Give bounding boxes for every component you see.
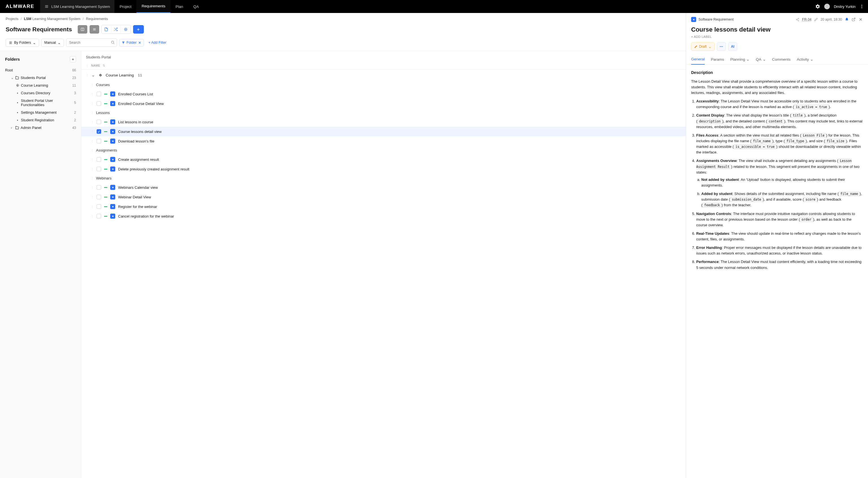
- requirement-id[interactable]: FR-34: [802, 18, 811, 22]
- checkbox[interactable]: [97, 204, 101, 209]
- svg-line-13: [115, 28, 115, 29]
- req-register-webinar[interactable]: ⋮Register for the webinar: [82, 202, 686, 211]
- tab-comments[interactable]: Comments: [772, 55, 790, 64]
- drag-handle-icon[interactable]: ⋮: [91, 205, 94, 208]
- user-name[interactable]: Dmitry Yurkin: [834, 4, 856, 9]
- drag-handle-icon[interactable]: ⋮: [91, 186, 94, 189]
- drag-handle-icon[interactable]: ⋮: [91, 168, 94, 171]
- folder-user-functionalities[interactable]: Student Portal User Functionalities5: [3, 97, 78, 109]
- checkbox[interactable]: [97, 195, 101, 199]
- avatar-icon[interactable]: [824, 4, 830, 9]
- req-cancel-webinar[interactable]: ⋮Cancel registration for the webinar: [82, 211, 686, 221]
- checkbox[interactable]: [97, 185, 101, 190]
- drag-handle-icon[interactable]: ⋮: [91, 121, 94, 124]
- document-icon[interactable]: [102, 25, 111, 34]
- tab-general[interactable]: General: [691, 55, 705, 65]
- req-webinar-calendar[interactable]: ⋮Webinars Calendar view: [82, 182, 686, 192]
- folder-filter-chip[interactable]: Folder ✕: [119, 39, 144, 46]
- column-name[interactable]: NAME: [91, 64, 100, 67]
- folder-courses-directory[interactable]: Courses Directory3: [3, 89, 78, 97]
- pencil-icon[interactable]: [814, 18, 818, 21]
- svg-point-25: [17, 93, 18, 93]
- external-link-icon[interactable]: [851, 18, 856, 22]
- drag-handle-icon[interactable]: ⋮: [91, 177, 94, 180]
- checkbox[interactable]: [97, 101, 101, 106]
- svg-point-5: [862, 7, 862, 8]
- checkbox[interactable]: [97, 92, 101, 96]
- folder-admin-panel[interactable]: ›Admin Panel43: [3, 124, 78, 132]
- req-enrolled-courses-list[interactable]: ⋮Enrolled Courses List: [82, 89, 686, 99]
- brand-logo[interactable]: ALMWARE: [0, 4, 40, 9]
- bell-icon[interactable]: [845, 18, 849, 22]
- drag-handle-icon[interactable]: ⋮: [86, 74, 89, 77]
- req-list-lessons[interactable]: ⋮List lessons in course: [82, 117, 686, 127]
- search-icon[interactable]: [111, 40, 115, 44]
- drag-handle-icon[interactable]: ⋮: [91, 102, 94, 105]
- close-icon[interactable]: [858, 17, 863, 22]
- group-course-learning[interactable]: ⋮ ⌄ Course Learning 11: [82, 70, 686, 80]
- nav-project[interactable]: Project: [115, 0, 136, 13]
- more-vert-icon[interactable]: [860, 4, 864, 9]
- folder-root[interactable]: Root66: [3, 66, 78, 74]
- drag-handle-icon[interactable]: ⋮: [91, 215, 94, 218]
- nav-qa[interactable]: QA: [188, 0, 204, 13]
- status-chip[interactable]: Draft ⌄: [691, 42, 715, 51]
- req-create-assignment[interactable]: ⋮Create assignment result: [82, 155, 686, 164]
- ai-button[interactable]: AI: [728, 42, 737, 51]
- tab-params[interactable]: Params: [711, 55, 724, 64]
- svg-point-39: [112, 215, 114, 217]
- req-download-lesson[interactable]: ⋮Download lesson's file: [82, 136, 686, 146]
- req-lesson-detail[interactable]: ⋮✓Course lessons detail view: [82, 127, 686, 136]
- req-enrolled-course-detail[interactable]: ⋮Enrolled Course Detail View: [82, 99, 686, 108]
- drag-handle-icon[interactable]: ⋮: [91, 196, 94, 199]
- checkbox[interactable]: [97, 120, 101, 124]
- nav-requirements[interactable]: Requirements: [136, 0, 170, 13]
- by-folders-dropdown[interactable]: By Folders ⌄: [6, 39, 39, 47]
- manual-dropdown[interactable]: Manual ⌄: [41, 39, 64, 47]
- add-label-button[interactable]: + ADD LABEL: [686, 34, 868, 42]
- drag-handle-icon[interactable]: ⋮: [91, 83, 94, 87]
- svg-point-3: [862, 5, 862, 6]
- view-list-button[interactable]: [90, 25, 99, 34]
- gear-icon[interactable]: [815, 4, 820, 9]
- add-filter-button[interactable]: + Add Filter: [146, 41, 169, 44]
- add-button[interactable]: [133, 25, 144, 34]
- tab-qa[interactable]: QA ⌄: [756, 55, 766, 64]
- checkbox[interactable]: [97, 167, 101, 171]
- folder-student-reg[interactable]: Student Registration2: [3, 116, 78, 124]
- add-folder-button[interactable]: +: [70, 56, 76, 62]
- folder-course-learning[interactable]: Course Learning11: [3, 81, 78, 89]
- breadcrumb-projects[interactable]: Projects: [6, 17, 19, 21]
- breadcrumb-section[interactable]: Requirements: [86, 17, 108, 21]
- close-icon[interactable]: ✕: [138, 41, 141, 45]
- checkbox[interactable]: [97, 139, 101, 143]
- chevron-down-icon[interactable]: ⌄: [92, 73, 95, 77]
- shuffle-icon[interactable]: [111, 25, 121, 34]
- breadcrumb-project[interactable]: LSM Learning Management System: [24, 17, 81, 21]
- tab-planning[interactable]: Planning ⌄: [731, 55, 750, 64]
- folder-students-portal[interactable]: ⌄Students Portal23: [3, 74, 78, 81]
- sort-icon[interactable]: ⇅: [102, 64, 105, 67]
- priority-icon: [104, 187, 107, 188]
- drag-handle-icon[interactable]: ⋮: [91, 93, 94, 96]
- nav-plan[interactable]: Plan: [170, 0, 188, 13]
- drag-handle-icon[interactable]: ⋮: [91, 111, 94, 114]
- tab-activity[interactable]: Activity ⌄: [797, 55, 813, 64]
- share-icon[interactable]: [796, 18, 799, 22]
- checkbox[interactable]: [97, 214, 101, 218]
- gear-icon: [16, 101, 19, 104]
- checkbox[interactable]: ✓: [97, 129, 101, 134]
- req-delete-assignment[interactable]: ⋮Delete previously created assignment re…: [82, 164, 686, 174]
- checkbox[interactable]: [97, 157, 101, 162]
- search-input[interactable]: [66, 38, 117, 47]
- drag-handle-icon[interactable]: ⋮: [91, 149, 94, 152]
- view-split-button[interactable]: [78, 25, 87, 34]
- drag-handle-icon[interactable]: ⋮: [91, 130, 94, 133]
- more-button[interactable]: [717, 42, 726, 51]
- req-webinar-detail[interactable]: ⋮Webinar Detail View: [82, 192, 686, 202]
- target-icon[interactable]: [121, 25, 130, 34]
- drag-handle-icon[interactable]: ⋮: [91, 140, 94, 143]
- drag-handle-icon[interactable]: ⋮: [91, 158, 94, 161]
- folder-settings-mgmt[interactable]: Settings Management2: [3, 109, 78, 116]
- project-switcher[interactable]: LSM Learning Management System: [40, 0, 115, 13]
